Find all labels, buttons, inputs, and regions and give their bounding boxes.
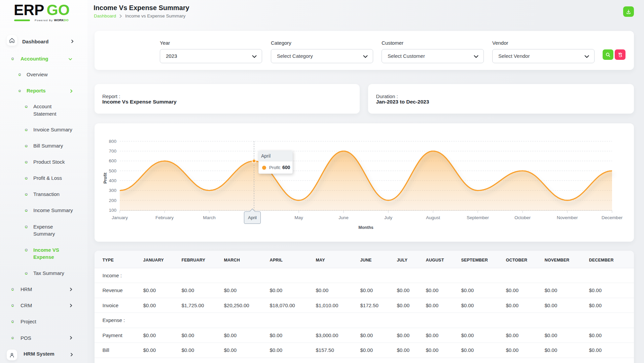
svg-text:January: January: [112, 215, 128, 220]
svg-text:March: March: [203, 215, 216, 220]
svg-text:October: October: [514, 215, 531, 220]
svg-text:100: 100: [109, 208, 116, 213]
svg-text:Months: Months: [358, 225, 373, 230]
svg-text:400: 400: [109, 178, 116, 183]
svg-text:September: September: [467, 215, 489, 220]
svg-text:June: June: [338, 215, 348, 220]
svg-text:Profit: Profit: [103, 172, 108, 184]
svg-text:December: December: [602, 215, 623, 220]
svg-text:500: 500: [109, 168, 116, 173]
svg-text:May: May: [294, 215, 303, 220]
svg-text:700: 700: [109, 149, 116, 154]
svg-text:February: February: [155, 215, 174, 220]
svg-text:July: July: [384, 215, 392, 220]
svg-text:August: August: [426, 215, 440, 220]
svg-text:November: November: [557, 215, 578, 220]
svg-text:200: 200: [109, 198, 116, 203]
svg-text:300: 300: [109, 188, 116, 193]
svg-text:600: 600: [109, 158, 116, 163]
svg-text:800: 800: [109, 139, 116, 144]
